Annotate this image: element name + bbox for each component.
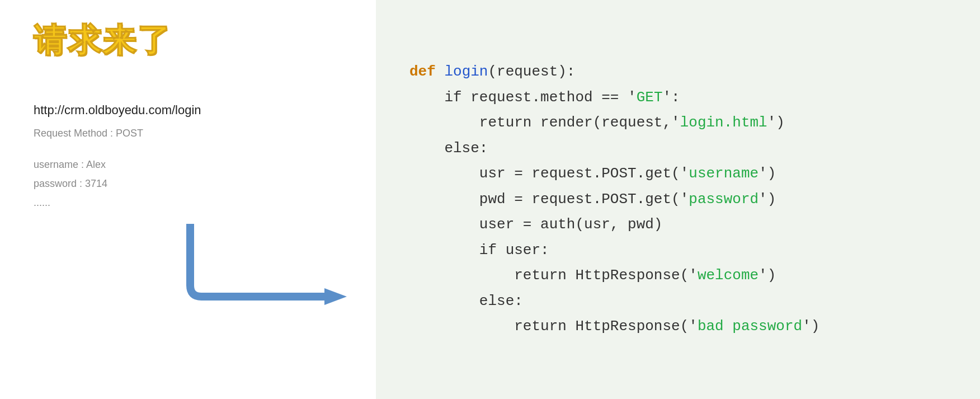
code-block: def login(request): if request.method ==… <box>409 59 819 340</box>
ellipsis: ...... <box>34 197 50 208</box>
username-param: username : Alex <box>34 159 106 170</box>
code-line-8: if user: <box>409 238 819 264</box>
password-param: password : 3714 <box>34 178 107 189</box>
code-line-10: else: <box>409 289 819 314</box>
left-panel: 请求来了 http://crm.oldboyedu.com/login Requ… <box>0 0 369 399</box>
code-line-1: def login(request): <box>409 59 819 85</box>
code-line-2: if request.method == 'GET': <box>409 85 819 111</box>
right-panel: def login(request): if request.method ==… <box>376 0 980 399</box>
request-method: Request Method : POST <box>34 128 336 139</box>
code-line-5: usr = request.POST.get('username') <box>409 161 819 187</box>
request-params: username : Alex password : 3714 ...... <box>34 155 336 213</box>
code-line-11: return HttpResponse('bad password') <box>409 314 819 340</box>
flow-arrow <box>157 224 347 313</box>
code-line-6: pwd = request.POST.get('password') <box>409 187 819 213</box>
page-title: 请求来了 <box>34 22 336 58</box>
code-line-4: else: <box>409 136 819 162</box>
request-url: http://crm.oldboyedu.com/login <box>34 103 336 118</box>
svg-marker-0 <box>324 288 347 305</box>
code-line-9: return HttpResponse('welcome') <box>409 263 819 289</box>
code-line-3: return render(request,'login.html') <box>409 110 819 136</box>
arrow-container <box>157 224 347 313</box>
code-line-7: user = auth(usr, pwd) <box>409 212 819 238</box>
